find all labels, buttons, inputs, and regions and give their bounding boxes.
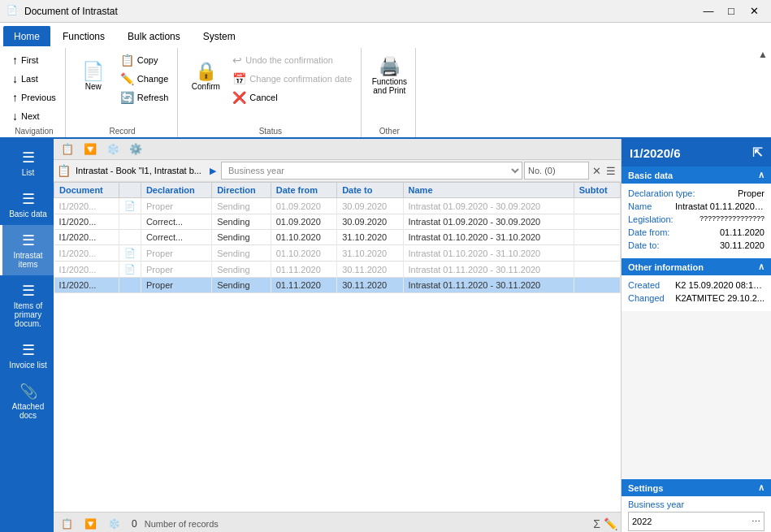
rp-title: I1/2020/6: [630, 146, 681, 160]
calendar-icon: 📅: [232, 72, 246, 85]
rp-section-collapse-1: ∧: [758, 262, 765, 272]
down-icon: ↓: [12, 72, 18, 85]
ribbon: ↑ First ↓ Last ↑ Previous ↓ Next Navigat…: [0, 46, 771, 139]
sidebar-item-attached-docs[interactable]: 📎 Attached docs: [0, 376, 54, 426]
table-row[interactable]: I1/2020...📄ProperSending01.11.202030.11.…: [54, 262, 621, 278]
copy-button[interactable]: 📋 Copy: [116, 51, 173, 69]
records-label: Number of records: [145, 519, 591, 529]
doc-title: Intrastat - Book "I1, Intrastat b...: [76, 166, 201, 175]
table-row[interactable]: I1/2020...Correct...Sending01.09.202030.…: [54, 214, 621, 230]
table-view-btn[interactable]: 📋: [57, 141, 78, 158]
print-icon: 🖨️: [379, 58, 401, 76]
business-year-select[interactable]: Business year: [221, 162, 522, 179]
col-subtot[interactable]: Subtot: [574, 183, 620, 198]
business-year-field[interactable]: 2022 ⋯: [628, 512, 765, 531]
sidebar-item-invoice-list[interactable]: ☰ Invoice list: [0, 335, 54, 376]
intrastat-icon: ☰: [22, 231, 35, 249]
status-table-btn[interactable]: 📋: [57, 516, 77, 532]
rp-section-settings[interactable]: Settings ∧: [622, 479, 771, 496]
minimize-button[interactable]: —: [698, 3, 719, 19]
record-small-col: 📋 Copy ✏️ Change 🔄 Refresh: [116, 50, 173, 106]
attached-icon: 📎: [19, 383, 37, 400]
table-row[interactable]: I1/2020...Correct...Sending01.10.202031.…: [54, 230, 621, 245]
clear-icon[interactable]: ✕: [591, 165, 603, 177]
maximize-button[interactable]: □: [721, 3, 742, 19]
other-buttons: 🖨️ Functions and Print: [368, 50, 410, 125]
business-year-label: Business year: [628, 500, 765, 509]
menu-icon[interactable]: ☰: [604, 165, 617, 177]
list-icon: ☰: [22, 149, 35, 167]
rp-header: I1/2020/6 ⇱: [622, 139, 771, 167]
status-snowflake-btn[interactable]: ❄️: [104, 516, 124, 532]
edit-icon[interactable]: ✏️: [604, 517, 617, 530]
cancel-icon: ❌: [232, 91, 246, 104]
rp-section-basic-data[interactable]: Basic data ∧: [622, 167, 771, 184]
settings-btn[interactable]: ⚙️: [125, 141, 146, 158]
copy-icon: 📋: [120, 54, 134, 67]
cancel-button[interactable]: ❌ Cancel: [228, 89, 356, 106]
title-bar: 📄 Document of Intrastat — □ ✕: [0, 0, 771, 23]
filter-btn[interactable]: 🔽: [80, 141, 101, 158]
table-row[interactable]: I1/2020...📄ProperSending01.09.202030.09.…: [54, 198, 621, 214]
table-row[interactable]: I1/2020...📄ProperSending01.10.202031.10.…: [54, 245, 621, 262]
rp-row-date-to: Date to: 30.11.2020: [628, 240, 765, 250]
new-button[interactable]: 📄 New: [72, 50, 115, 103]
field-icon: ⋯: [752, 517, 760, 527]
col-datefrom[interactable]: Date from: [271, 183, 336, 198]
confirm-button[interactable]: 🔒 Confirm: [184, 50, 227, 103]
col-name[interactable]: Name: [403, 183, 574, 198]
status-count: 0: [128, 516, 141, 532]
first-button[interactable]: ↑ First: [8, 51, 60, 69]
col-document[interactable]: Document: [54, 183, 119, 198]
change-date-button[interactable]: 📅 Change confirmation date: [228, 70, 356, 88]
nav-arrow[interactable]: ▶: [206, 166, 219, 176]
other-group-label: Other: [368, 125, 410, 137]
sigma-icon[interactable]: Σ: [593, 517, 600, 530]
sidebar-item-primary-docs[interactable]: ☰ Items of primary docum.: [0, 275, 54, 335]
undo-icon: ↩: [232, 54, 242, 67]
status-filter-btn[interactable]: 🔽: [80, 516, 101, 532]
functions-print-button[interactable]: 🖨️ Functions and Print: [368, 50, 410, 103]
number-filter[interactable]: [524, 162, 589, 179]
table-container: Document Declaration Direction Date from…: [54, 182, 621, 512]
next-button[interactable]: ↓ Next: [8, 107, 60, 125]
undo-confirm-button[interactable]: ↩ Undo the confirmation: [228, 51, 356, 69]
ribbon-tabs: Home Functions Bulk actions System: [0, 23, 771, 46]
refresh-button[interactable]: 🔄 Refresh: [116, 89, 173, 106]
change-button[interactable]: ✏️ Change: [116, 70, 173, 88]
tab-system[interactable]: System: [193, 26, 246, 46]
col-direction[interactable]: Direction: [212, 183, 271, 198]
new-icon: 📄: [82, 63, 104, 80]
last-button[interactable]: ↓ Last: [8, 70, 60, 88]
sidebar-item-list[interactable]: ☰ List: [0, 142, 54, 184]
snowflake-btn[interactable]: ❄️: [102, 141, 123, 158]
tab-home[interactable]: Home: [3, 26, 50, 46]
status-bar: 📋 🔽 ❄️ 0 Number of records Σ ✏️: [54, 512, 621, 532]
previous-button[interactable]: ↑ Previous: [8, 89, 60, 106]
ribbon-collapse-button[interactable]: ▲: [756, 48, 769, 61]
status-buttons: 🔒 Confirm ↩ Undo the confirmation 📅 Chan…: [184, 50, 356, 125]
col-dateto[interactable]: Date to: [337, 183, 403, 198]
rp-expand-icon[interactable]: ⇱: [752, 145, 763, 160]
record-group-label: Record: [72, 125, 173, 137]
col-flag[interactable]: [119, 183, 141, 198]
right-panel: I1/2020/6 ⇱ Basic data ∧ Declaration typ…: [621, 139, 771, 532]
rp-row-legislation: Legislation: ????????????????: [628, 214, 765, 224]
tab-bulk[interactable]: Bulk actions: [117, 26, 191, 46]
tab-functions[interactable]: Functions: [52, 26, 115, 46]
app-icon: 📄: [6, 5, 19, 18]
rp-section-other-info[interactable]: Other information ∧: [622, 258, 771, 275]
navigation-buttons: ↑ First ↓ Last ↑ Previous ↓ Next: [8, 50, 60, 125]
sidebar-item-intrastat-items[interactable]: ☰ Intrastat items: [0, 225, 54, 275]
close-button[interactable]: ✕: [743, 3, 765, 19]
rp-row-changed: Changed K2ATMITEC 29.10.2...: [628, 293, 765, 303]
title-bar-text: Document of Intrastat: [24, 6, 698, 17]
rp-spacer: [622, 311, 771, 479]
rp-basic-data-content: Declaration type: Proper Name Intrastat …: [622, 184, 771, 258]
rp-row-created: Created K2 15.09.2020 08:19:19: [628, 280, 765, 290]
status-small-col: ↩ Undo the confirmation 📅 Change confirm…: [228, 50, 356, 106]
refresh-icon: 🔄: [120, 91, 134, 104]
sidebar-item-basic-data[interactable]: ☰ Basic data: [0, 184, 54, 225]
col-declaration[interactable]: Declaration: [141, 183, 211, 198]
table-row[interactable]: I1/2020...ProperSending01.11.202030.11.2…: [54, 278, 621, 293]
